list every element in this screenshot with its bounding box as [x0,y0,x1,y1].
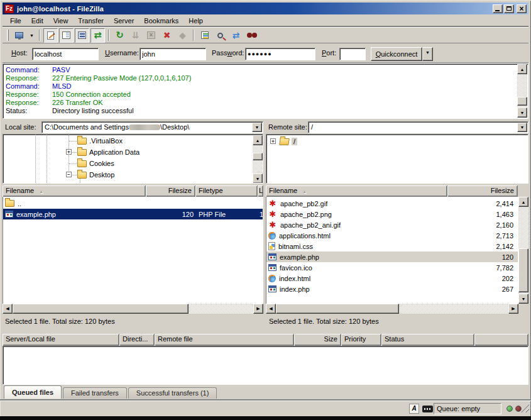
scroll-down-button[interactable]: ▼ [518,294,528,304]
menu-file[interactable]: File [5,16,26,26]
file-row[interactable]: index.php 267 [266,284,518,294]
file-row[interactable]: ✱ apache_pb2.png 1,463 [266,209,518,219]
tree-item-application-data[interactable]: Application Data [77,146,140,158]
message-log[interactable]: Command:PASV Response:227 Entering Passi… [3,64,528,119]
toggle-message-log-button[interactable] [43,28,58,43]
scrollbar-thumb[interactable] [518,248,528,292]
local-tree-panel[interactable]: .VirtualBox + Application Data Cookies −… [3,134,263,184]
remote-tree-panel[interactable]: + / [266,134,528,184]
toolbar-grip[interactable] [7,30,9,41]
scroll-left-button[interactable]: ◀ [3,304,13,314]
find-files-button[interactable] [244,28,259,43]
column-filetype[interactable]: Filetype [195,185,258,197]
menu-view[interactable]: View [48,16,74,26]
maximize-button[interactable] [504,4,514,13]
directory-comparison-button[interactable] [213,28,227,43]
remote-site-combo[interactable]: / ▼ [308,121,528,133]
scroll-up-button[interactable]: ▲ [518,197,528,207]
toggle-transfer-queue-button[interactable]: ⇄ [90,28,105,43]
file-row[interactable]: ✱ apache_pb2_ani.gif 2,160 [266,219,518,230]
username-input[interactable] [140,48,206,60]
password-label: Password: [212,49,244,57]
tab-queued-files[interactable]: Queued files [4,385,62,399]
scrollbar-thumb[interactable] [517,97,527,106]
remote-list-hscrollbar[interactable]: ◀ ▶ [266,304,518,314]
scrollbar-thumb[interactable] [253,153,263,160]
column-direction[interactable]: Directi... [119,334,155,346]
column-size[interactable]: Size [294,334,341,346]
column-filename[interactable]: Filename▲ [266,185,447,197]
speed-limit-icon[interactable] [422,406,433,412]
scroll-up-button[interactable]: ▲ [517,64,527,74]
menu-edit[interactable]: Edit [26,16,48,26]
site-manager-dropdown[interactable]: ▼ [28,28,36,43]
remote-file-list[interactable]: ✱ apache_pb2.gif 2,414 ✱ apache_pb2.png … [266,197,518,304]
column-priority[interactable]: Priority [341,334,381,346]
menu-help[interactable]: Help [183,16,208,26]
site-manager-button[interactable] [12,28,26,43]
remote-list-scrollbar[interactable]: ▲ ▼ [518,197,528,304]
tab-successful-transfers[interactable]: Successful transfers (1) [128,387,217,399]
toggle-remote-tree-button[interactable] [75,28,89,43]
scroll-left-button[interactable]: ◀ [266,304,276,314]
file-row-selected[interactable]: example.php 120 [266,251,518,262]
tree-item-virtualbox[interactable]: .VirtualBox [77,135,123,146]
port-input[interactable] [339,48,366,60]
filter-button[interactable] [197,28,212,43]
file-row[interactable]: index.html 202 [266,273,518,284]
toggle-local-tree-button[interactable] [59,28,74,43]
column-remote-file[interactable]: Remote file [155,334,294,346]
tree-item-root[interactable]: / [280,136,297,147]
menu-bookmarks[interactable]: Bookmarks [139,16,183,26]
file-row[interactable]: favicon.ico 7,782 [266,262,518,273]
local-site-combo[interactable]: C:\Documents and Settings\Desktop\ ▼ [41,121,263,133]
resize-grip[interactable] [521,404,529,412]
combo-dropdown-icon[interactable]: ▼ [252,123,262,132]
expand-plus-icon[interactable]: + [66,149,72,155]
scroll-right-button[interactable]: ▶ [253,304,263,314]
process-queue-button[interactable]: ⇊ [128,28,143,43]
tree-item-cookies[interactable]: Cookies [77,158,114,169]
local-tree-scrollbar[interactable]: ▲ ▼ [253,135,263,184]
menu-server[interactable]: Server [109,16,139,26]
column-filesize[interactable]: Filesize [146,185,195,197]
file-row[interactable]: bitnami.css 2,142 [266,241,518,251]
scroll-down-button[interactable]: ▼ [253,174,263,184]
disconnect-button[interactable]: ✖ [160,28,174,43]
file-row-example-php[interactable]: example.php 120 PHP File 1 [3,209,263,219]
column-status[interactable]: Status [381,334,474,346]
scrollbar-thumb[interactable] [276,304,399,314]
log-scrollbar[interactable]: ▲ ▼ [517,64,527,118]
column-filename[interactable]: Filename▲ [3,185,146,197]
quickconnect-dropdown[interactable]: ▼ [422,47,433,61]
file-row-parent-dir[interactable]: .. [3,198,263,209]
synchronized-browsing-button[interactable]: ⇄ [229,28,243,43]
local-list-hscrollbar[interactable]: ◀ ▶ [3,304,263,314]
quickconnect-button[interactable]: Quickconnect [371,47,422,61]
scroll-right-button[interactable]: ▶ [508,304,518,314]
scroll-up-button[interactable]: ▲ [253,135,263,145]
host-input[interactable] [32,48,99,60]
column-server-local-file[interactable]: Server/Local file [3,334,119,346]
combo-dropdown-icon[interactable]: ▼ [517,123,527,132]
tab-failed-transfers[interactable]: Failed transfers [63,387,127,399]
tree-item-desktop[interactable]: Desktop [77,169,114,180]
column-last-modified[interactable]: L [258,185,263,197]
password-input[interactable] [245,48,315,60]
queue-list[interactable] [3,346,528,385]
transfer-type-ascii-icon[interactable]: A [409,404,419,414]
column-filesize[interactable]: Filesize [447,185,518,197]
reconnect-button[interactable]: ◆ [175,28,190,43]
expand-plus-icon[interactable]: + [270,138,276,144]
file-row[interactable]: ✱ apache_pb2.gif 2,414 [266,198,518,209]
menu-transfer[interactable]: Transfer [73,16,109,26]
cancel-button[interactable]: × [144,28,158,43]
close-button[interactable]: × [517,4,527,13]
refresh-button[interactable]: ↻ [112,28,127,43]
scroll-down-button[interactable]: ▼ [517,108,527,118]
expand-minus-icon[interactable]: − [66,172,72,177]
local-file-list[interactable]: .. example.php 120 PHP File 1 [3,197,263,304]
scrollbar-thumb[interactable] [13,304,189,314]
minimize-button[interactable] [493,4,503,13]
file-row[interactable]: applications.html 2,713 [266,230,518,241]
